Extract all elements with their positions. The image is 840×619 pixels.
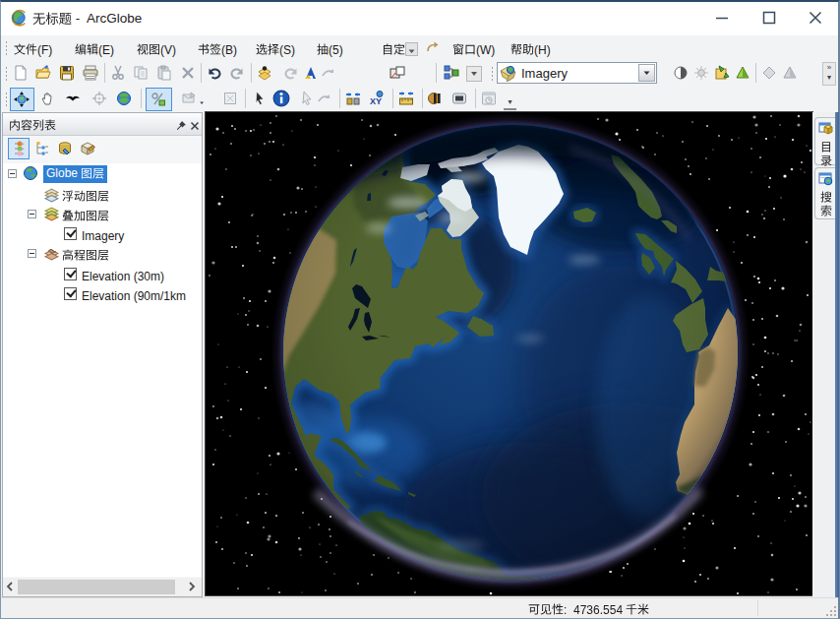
svg-text:XY: XY xyxy=(370,96,382,106)
